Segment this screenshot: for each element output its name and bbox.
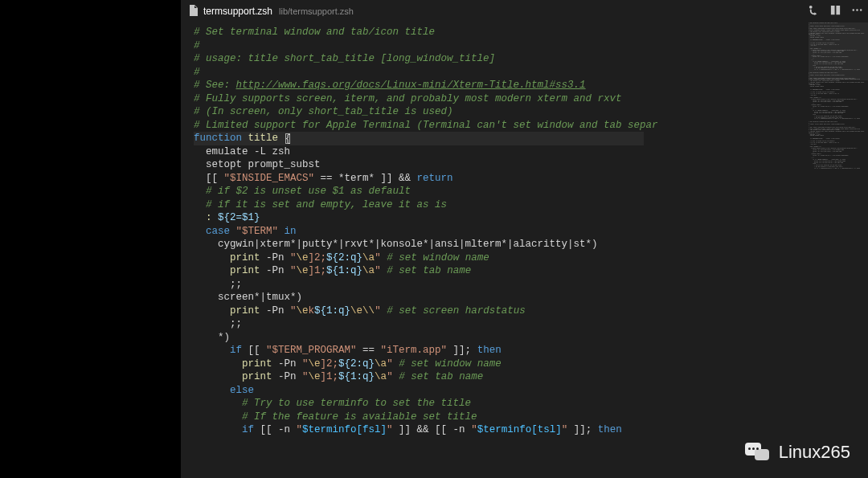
tab-path: lib/termsupport.zsh bbox=[279, 6, 354, 16]
code-line[interactable]: if [[ "$TERM_PROGRAM" == "iTerm.app" ]];… bbox=[194, 344, 804, 357]
code-line[interactable]: emulate -L zsh bbox=[194, 145, 804, 159]
code-line[interactable]: : ${2=$1} bbox=[194, 211, 804, 225]
code-line[interactable]: # Try to use terminfo to set the title bbox=[194, 397, 804, 411]
code-line[interactable]: else bbox=[194, 384, 804, 398]
code-line[interactable]: setopt prompt_subst bbox=[194, 158, 804, 172]
editor-app: termsupport.zsh lib/termsupport.zsh # Se… bbox=[181, 0, 868, 478]
code-line[interactable]: function title bbox=[194, 132, 804, 145]
code-line[interactable]: screen*|tmux*) bbox=[194, 291, 804, 304]
more-actions-icon[interactable] bbox=[851, 4, 863, 19]
svg-point-2 bbox=[860, 9, 862, 10]
code-line[interactable]: ;; bbox=[194, 278, 804, 292]
code-line[interactable]: # if $2 is unset use $1 as default bbox=[194, 185, 804, 198]
code-line[interactable]: if [[ -n "$terminfo[fsl]" ]] && [[ -n "$… bbox=[194, 423, 804, 437]
tab-filename: termsupport.zsh bbox=[203, 6, 272, 17]
code-line[interactable]: # See: http://www.faqs.org/docs/Linux-mi… bbox=[194, 79, 804, 92]
code-line[interactable]: print -Pn "\e]1;${1:q}\a" # set tab name bbox=[194, 370, 804, 384]
code-line[interactable]: # if it is set and empty, leave it as is bbox=[194, 198, 804, 212]
code-line[interactable]: # usage: title short_tab_title [long_win… bbox=[194, 52, 804, 66]
file-icon bbox=[189, 5, 199, 18]
code-line[interactable]: # bbox=[194, 39, 804, 53]
editor-area: # Set terminal window and tab/icon title… bbox=[181, 22, 868, 478]
code-line[interactable]: # Set terminal window and tab/icon title bbox=[194, 26, 804, 39]
code-line[interactable]: ;; bbox=[194, 317, 804, 331]
minimap-content: # Set terminal window and tab/icon title… bbox=[809, 22, 867, 169]
code-line[interactable]: # If the feature is available set title bbox=[194, 411, 804, 424]
editor-tab[interactable]: termsupport.zsh lib/termsupport.zsh bbox=[181, 0, 362, 22]
code-line[interactable]: [[ "$INSIDE_EMACS" == *term* ]] && retur… bbox=[194, 172, 804, 186]
minimap[interactable]: # Set terminal window and tab/icon title… bbox=[809, 22, 868, 478]
title-actions bbox=[808, 4, 863, 19]
compare-changes-icon[interactable] bbox=[808, 4, 820, 19]
code-line[interactable]: # bbox=[194, 66, 804, 80]
code-line[interactable]: print -Pn "\e]2;${2:q}\a" # set window n… bbox=[194, 357, 804, 371]
svg-point-0 bbox=[853, 9, 854, 10]
code-editor[interactable]: # Set terminal window and tab/icon title… bbox=[194, 26, 804, 478]
code-line[interactable]: # (In screen, only short_tab_title is us… bbox=[194, 105, 804, 119]
code-line[interactable]: # Fully supports screen, iterm, and prob… bbox=[194, 92, 804, 106]
svg-point-1 bbox=[856, 9, 858, 10]
code-line[interactable]: *) bbox=[194, 331, 804, 345]
code-line[interactable]: cygwin|xterm*|putty*|rxvt*|konsole*|ansi… bbox=[194, 238, 804, 251]
code-line[interactable]: print -Pn "\e]1;${1:q}\a" # set tab name bbox=[194, 264, 804, 278]
tab-bar: termsupport.zsh lib/termsupport.zsh bbox=[181, 0, 868, 22]
code-line[interactable]: case "$TERM" in bbox=[194, 225, 804, 239]
tab-group: termsupport.zsh lib/termsupport.zsh bbox=[181, 0, 362, 22]
code-line[interactable]: # Limited support for Apple Terminal (Te… bbox=[194, 119, 804, 133]
code-line[interactable]: print -Pn "\ek${1:q}\e\\" # set screen h… bbox=[194, 304, 804, 318]
code-line[interactable]: print -Pn "\e]2;${2:q}\a" # set window n… bbox=[194, 251, 804, 265]
split-editor-icon[interactable] bbox=[829, 4, 841, 19]
